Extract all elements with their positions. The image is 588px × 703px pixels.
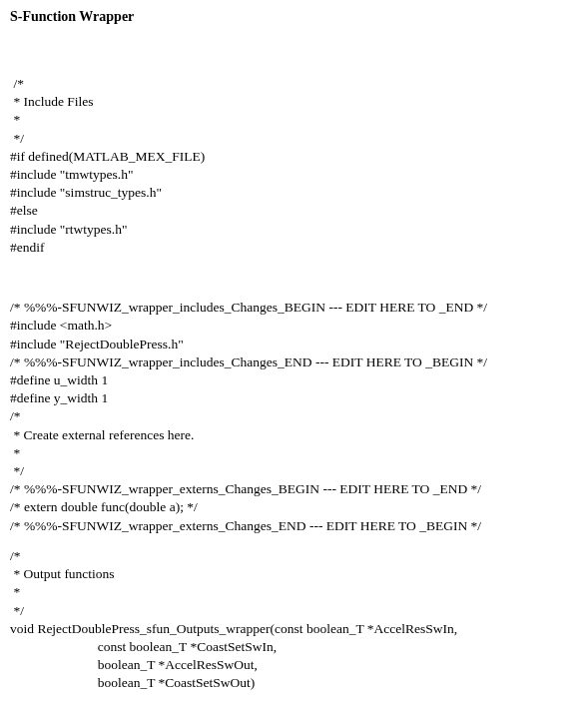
spacer: [10, 257, 578, 299]
page-title: S-Function Wrapper: [10, 8, 578, 27]
spacer: [10, 535, 578, 547]
code-include-files: /* * Include Files * */ #if defined(MATL…: [10, 75, 578, 257]
code-output-functions: /* * Output functions * */ void RejectDo…: [10, 547, 578, 693]
code-wrapper-includes-externs: /* %%%-SFUNWIZ_wrapper_includes_Changes_…: [10, 299, 578, 535]
